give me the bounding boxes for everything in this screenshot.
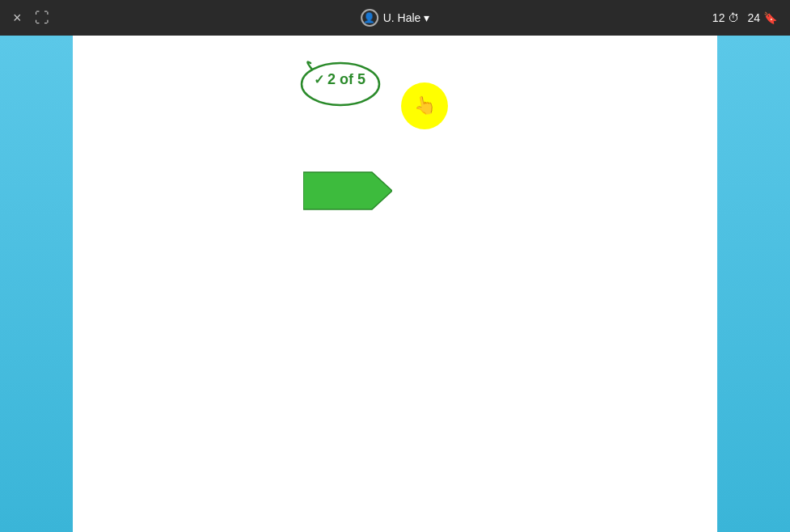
right-side-panel <box>717 36 790 532</box>
checkmark-icon: ✓ <box>314 72 324 87</box>
badge-text: ✓ 2 of 5 <box>307 68 372 91</box>
close-icon[interactable]: × <box>13 10 22 27</box>
bookmark-stat: 24 🔖 <box>747 11 777 24</box>
content-area: ✓ 2 of 5 👆 <box>73 36 717 532</box>
user-name-label: U. Hale <box>383 11 421 24</box>
yellow-cursor-circle: 👆 <box>401 82 448 129</box>
timer-stat: 12 ⏱ <box>712 11 740 24</box>
main-layout: ✓ 2 of 5 👆 <box>0 36 790 532</box>
label-arrow-shape <box>303 169 392 213</box>
user-avatar-icon: 👤 <box>361 9 378 27</box>
topbar-left: × ⛶ <box>13 10 49 27</box>
bookmark-value: 24 <box>747 11 760 24</box>
expand-icon[interactable]: ⛶ <box>35 10 49 27</box>
badge-count: 2 of 5 <box>327 71 365 88</box>
topbar-center: 👤 U. Hale ▾ <box>361 9 430 27</box>
user-menu[interactable]: U. Hale ▾ <box>383 11 430 24</box>
badge-oval: ✓ 2 of 5 👆 <box>307 68 372 91</box>
cursor-hand-icon: 👆 <box>412 94 437 118</box>
timer-icon: ⏱ <box>728 11 739 24</box>
badge-container: ✓ 2 of 5 👆 <box>307 68 372 91</box>
timer-value: 12 <box>712 11 725 24</box>
svg-marker-1 <box>303 172 392 209</box>
bookmark-icon: 🔖 <box>763 11 777 24</box>
green-label-shape <box>303 169 392 216</box>
topbar: × ⛶ 👤 U. Hale ▾ 12 ⏱ 24 🔖 <box>0 0 790 36</box>
topbar-right: 12 ⏱ 24 🔖 <box>712 11 777 24</box>
left-side-panel <box>0 36 73 532</box>
dropdown-arrow-icon: ▾ <box>424 11 429 24</box>
